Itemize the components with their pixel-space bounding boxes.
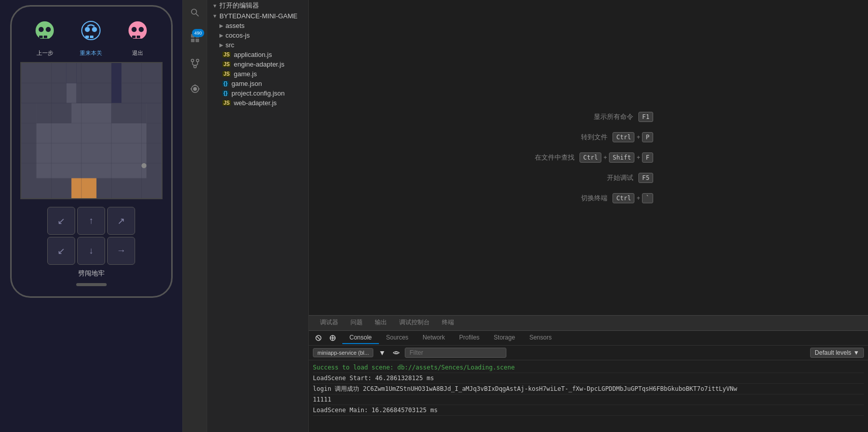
tab-output[interactable]: 输出 bbox=[369, 316, 393, 330]
show-network-btn[interactable] bbox=[327, 332, 338, 344]
context-dropdown-btn[interactable]: ▼ bbox=[376, 347, 388, 358]
skull-pink-icon bbox=[122, 17, 153, 47]
explorer-web-adapter[interactable]: JS web-adapter.js bbox=[207, 98, 308, 108]
activity-source-control[interactable] bbox=[185, 53, 205, 74]
explorer-application-js[interactable]: JS application.js bbox=[207, 50, 308, 59]
cocos-js-label: cocos-js bbox=[226, 32, 250, 39]
svg-point-7 bbox=[85, 27, 90, 32]
default-levels-btn[interactable]: Default levels ▼ bbox=[810, 348, 864, 358]
explorer-open-editors[interactable]: ▼ 打开的编辑器 bbox=[207, 0, 308, 11]
extensions-badge: 490 bbox=[192, 29, 204, 37]
ctrl-left[interactable]: ↙ bbox=[47, 237, 75, 265]
explorer-cocos-js[interactable]: ▶ cocos-js bbox=[207, 30, 308, 40]
arrow-src: ▶ bbox=[219, 42, 223, 48]
console-tab-storage[interactable]: Storage bbox=[487, 332, 522, 344]
svg-point-71 bbox=[395, 352, 397, 354]
svg-rect-15 bbox=[132, 36, 136, 38]
skull-back[interactable]: 上一步 bbox=[29, 17, 60, 57]
assets-label: assets bbox=[226, 22, 245, 29]
ctrl-right[interactable]: → bbox=[107, 237, 135, 265]
explorer-game-js[interactable]: JS game.js bbox=[207, 69, 308, 79]
activity-extensions[interactable]: 490 bbox=[185, 28, 205, 48]
plus-2: + bbox=[603, 154, 607, 161]
console-line-4: LoadScene Main: 16.266845703125 ms bbox=[313, 405, 864, 416]
arrow-open-editors: ▼ bbox=[212, 3, 217, 9]
console-tab-sources[interactable]: Sources bbox=[379, 332, 415, 344]
main-area: 显示所有命令 F1 转到文件 Ctrl + P 在文件中查找 Ctrl + Sh… bbox=[309, 0, 868, 432]
kbd-backtick: ` bbox=[642, 193, 653, 203]
tab-terminal[interactable]: 终端 bbox=[436, 316, 460, 330]
open-editors-label: 打开的编辑器 bbox=[219, 1, 259, 10]
svg-rect-11 bbox=[90, 36, 93, 38]
devtools-top-tabs: 调试器 问题 输出 调试控制台 终端 bbox=[309, 316, 868, 331]
game-title-label: 劈闯地牢 bbox=[78, 269, 105, 278]
svg-rect-3 bbox=[39, 36, 43, 38]
explorer-engine-adapter-js[interactable]: JS engine-adapter.js bbox=[207, 59, 308, 69]
explorer-game-json[interactable]: {} game.json bbox=[207, 79, 308, 88]
plus-3: + bbox=[636, 154, 640, 161]
kbd-ctrl-2: Ctrl bbox=[580, 152, 601, 163]
svg-point-50 bbox=[191, 9, 197, 14]
shortcut-all-commands-keys: F1 bbox=[638, 112, 653, 122]
shortcut-debug-keys: F5 bbox=[638, 173, 653, 183]
context-selector[interactable]: miniapp-service (bl... bbox=[313, 348, 373, 357]
filter-bar: miniapp-service (bl... ▼ Default levels … bbox=[309, 346, 868, 360]
controls-grid: ↙ ↑ ↗ ↙ ↓ → bbox=[17, 207, 166, 265]
svg-rect-24 bbox=[66, 83, 76, 103]
skull-exit[interactable]: 退出 bbox=[122, 17, 153, 57]
web-adapter-label: web-adapter.js bbox=[234, 99, 277, 107]
js-badge-engine: JS bbox=[222, 61, 231, 67]
activity-debug[interactable] bbox=[185, 79, 205, 99]
tab-debug-console[interactable]: 调试控制台 bbox=[393, 316, 436, 330]
svg-line-51 bbox=[196, 14, 199, 16]
json-badge-game: {} bbox=[222, 81, 229, 86]
ctrl-up[interactable]: ↑ bbox=[77, 207, 105, 235]
svg-line-67 bbox=[317, 336, 320, 340]
svg-rect-17 bbox=[132, 39, 143, 41]
svg-rect-30 bbox=[96, 178, 161, 198]
console-line-2: login 调用成功 2C6Zwm1UmZStnUHO31wA8BJd_I_aM… bbox=[313, 384, 864, 394]
engine-adapter-label: engine-adapter.js bbox=[234, 60, 284, 68]
explorer-root-folder[interactable]: ▼ BYTEDANCE-MINI-GAME bbox=[207, 11, 308, 21]
shortcut-all-commands-label: 显示所有命令 bbox=[583, 112, 633, 121]
svg-rect-5 bbox=[39, 39, 50, 41]
skull-green-icon bbox=[29, 17, 60, 47]
explorer-src[interactable]: ▶ src bbox=[207, 40, 308, 50]
shortcut-goto-file-keys: Ctrl + P bbox=[613, 132, 653, 142]
kbd-ctrl-1: Ctrl bbox=[613, 132, 634, 142]
console-tabs: Console Sources Network Profiles Storage… bbox=[342, 332, 868, 344]
console-tab-sensors[interactable]: Sensors bbox=[522, 332, 559, 344]
explorer-project-config[interactable]: {} project.config.json bbox=[207, 88, 308, 98]
tab-problems[interactable]: 问题 bbox=[344, 316, 369, 330]
svg-rect-29 bbox=[21, 178, 72, 198]
kbd-shift: Shift bbox=[609, 152, 634, 163]
svg-rect-4 bbox=[44, 36, 47, 38]
eye-btn[interactable] bbox=[391, 347, 402, 358]
svg-rect-54 bbox=[191, 39, 195, 42]
shortcut-terminal-keys: Ctrl + ` bbox=[613, 193, 653, 203]
root-folder-label: BYTEDANCE-MINI-GAME bbox=[219, 12, 298, 20]
skull-exit-label: 退出 bbox=[132, 49, 143, 57]
activity-search[interactable] bbox=[185, 3, 205, 23]
svg-point-8 bbox=[92, 27, 97, 32]
ctrl-upleft[interactable]: ↙ bbox=[47, 207, 75, 235]
console-tab-console[interactable]: Console bbox=[342, 332, 379, 344]
ctrl-upright[interactable]: ↗ bbox=[107, 207, 135, 235]
console-output: Success to load scene: db://assets/Sence… bbox=[309, 360, 868, 432]
kbd-f5: F5 bbox=[638, 173, 653, 183]
skull-restart-label: 重来本关 bbox=[80, 49, 102, 57]
shortcut-toggle-terminal: 切换终端 Ctrl + ` bbox=[524, 193, 653, 203]
ctrl-down[interactable]: ↓ bbox=[77, 237, 105, 265]
game-js-label: game.js bbox=[234, 70, 257, 78]
shortcut-find-keys: Ctrl + Shift + F bbox=[580, 152, 653, 163]
application-js-label: application.js bbox=[234, 51, 272, 58]
filter-input[interactable] bbox=[405, 348, 506, 358]
console-tab-network[interactable]: Network bbox=[415, 332, 452, 344]
svg-point-57 bbox=[196, 59, 199, 62]
clear-console-btn[interactable] bbox=[313, 332, 324, 344]
console-tab-profiles[interactable]: Profiles bbox=[452, 332, 487, 344]
skull-restart[interactable]: 重来本关 bbox=[76, 17, 106, 57]
explorer-assets[interactable]: ▶ assets bbox=[207, 21, 308, 30]
shortcut-goto-file: 转到文件 Ctrl + P bbox=[524, 132, 653, 142]
tab-debugger[interactable]: 调试器 bbox=[314, 316, 344, 330]
